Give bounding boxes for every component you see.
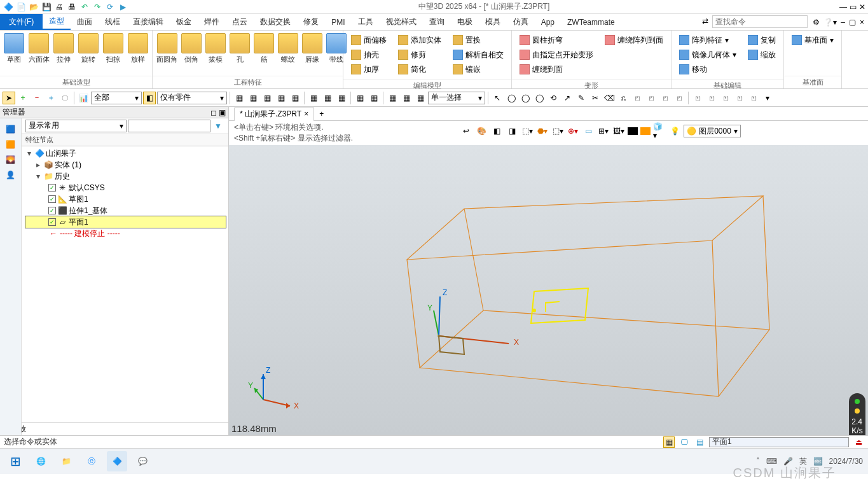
s1-icon[interactable]: ↖ bbox=[491, 92, 504, 104]
tab-mold[interactable]: 模具 bbox=[479, 14, 507, 30]
pointer-icon[interactable]: ➤ bbox=[3, 92, 15, 104]
vp-bulb-icon[interactable]: 💡 bbox=[668, 125, 681, 137]
t12-icon[interactable]: ▦ bbox=[400, 92, 413, 104]
vp-ico9[interactable]: ▭ bbox=[582, 125, 595, 137]
t8-icon[interactable]: ▦ bbox=[335, 92, 348, 104]
display-mode-combo[interactable]: 显示常用▾ bbox=[25, 120, 127, 132]
filter-all-combo[interactable]: 全部▾ bbox=[91, 92, 142, 104]
s6-icon[interactable]: ↗ bbox=[561, 92, 574, 104]
sketch-button[interactable]: 草图 bbox=[3, 32, 26, 66]
new-icon[interactable]: 📄 bbox=[15, 1, 27, 13]
simplify-button[interactable]: 简化 bbox=[396, 62, 444, 76]
tab-direct-edit[interactable]: 直接编辑 bbox=[127, 14, 170, 30]
redo-icon[interactable]: ↷ bbox=[92, 1, 103, 13]
box-button[interactable]: 六面体 bbox=[27, 32, 51, 66]
t6-icon[interactable]: ▦ bbox=[307, 92, 320, 104]
s20-icon[interactable]: ▾ bbox=[761, 92, 774, 104]
s9-icon[interactable]: ⌫ bbox=[603, 92, 616, 104]
s17-icon[interactable]: ⏍ bbox=[719, 92, 732, 104]
mgr-tab2-icon[interactable]: 🟧 bbox=[6, 140, 15, 149]
rib-button[interactable]: 筋 bbox=[252, 32, 275, 66]
cube-yellow-icon[interactable]: ◧ bbox=[143, 92, 156, 104]
s11-icon[interactable]: ⏍ bbox=[631, 92, 644, 104]
hole-button[interactable]: 孔 bbox=[228, 32, 251, 66]
restore-icon[interactable]: ▭ bbox=[850, 3, 857, 11]
mgr-tab3-icon[interactable]: 🌄 bbox=[6, 155, 15, 164]
t2-icon[interactable]: ▦ bbox=[247, 92, 259, 104]
vp-ico1[interactable]: ↩ bbox=[460, 125, 472, 137]
help-icon[interactable]: ❔▾ bbox=[823, 18, 837, 27]
vp-ico3[interactable]: ◧ bbox=[490, 125, 503, 137]
collapse-icon[interactable]: ▣ bbox=[219, 108, 226, 117]
mgr-tab4-icon[interactable]: 👤 bbox=[6, 171, 15, 179]
filter-icon[interactable]: ▼ bbox=[212, 122, 224, 130]
s10-icon[interactable]: ⎌ bbox=[617, 92, 630, 104]
tab-query[interactable]: 查询 bbox=[423, 14, 451, 30]
vp-ico7[interactable]: ⬚▾ bbox=[551, 125, 564, 137]
pattern-button[interactable]: 阵列特征▾ bbox=[677, 33, 739, 47]
undo-icon[interactable]: ↶ bbox=[79, 1, 90, 13]
tree-item-csys[interactable]: ✓✳默认CSYS bbox=[25, 182, 226, 193]
ie-icon[interactable]: ⓔ bbox=[81, 451, 102, 471]
print-icon[interactable]: 🖨 bbox=[53, 1, 65, 13]
s8-icon[interactable]: ✂ bbox=[589, 92, 602, 104]
replace-button[interactable]: 置换 bbox=[450, 33, 506, 47]
tree-item-plane1[interactable]: ✓▱平面1 bbox=[25, 216, 226, 228]
tab-repair[interactable]: 修复 bbox=[297, 14, 325, 30]
tree-search-input[interactable] bbox=[128, 120, 210, 132]
add-body-button[interactable]: 添加实体 bbox=[396, 33, 444, 47]
s7-icon[interactable]: ✎ bbox=[575, 92, 588, 104]
switch-icon[interactable]: ⇄ bbox=[698, 14, 712, 30]
t1-icon[interactable]: ▦ bbox=[233, 92, 245, 104]
wrap-face-button[interactable]: 缠绕到面 bbox=[517, 62, 596, 76]
vp-ico6[interactable]: ⬣▾ bbox=[536, 125, 549, 137]
s15-icon[interactable]: ⏍ bbox=[691, 92, 704, 104]
vp-ico12[interactable] bbox=[628, 127, 638, 135]
play-icon[interactable]: ▶ bbox=[117, 1, 128, 13]
vp-ico4[interactable]: ◨ bbox=[506, 125, 518, 137]
print-preview-icon[interactable]: 🖶 bbox=[66, 1, 78, 13]
refresh-icon[interactable]: ⟳ bbox=[104, 1, 116, 13]
minimize-icon[interactable]: — bbox=[839, 3, 847, 11]
datum-plane-button[interactable]: 基准面▾ bbox=[789, 33, 836, 47]
sweep-button[interactable]: 扫掠 bbox=[101, 32, 125, 66]
mgr-tab1-icon[interactable]: 🟦 bbox=[6, 125, 15, 134]
s5-icon[interactable]: ⟲ bbox=[547, 92, 560, 104]
t5-icon[interactable]: ▦ bbox=[289, 92, 301, 104]
sb-layout-icon[interactable]: ▦ bbox=[663, 436, 675, 448]
draft-button[interactable]: 拔模 bbox=[204, 32, 227, 66]
sb-monitor-icon[interactable]: 🖵 bbox=[679, 436, 690, 448]
open-icon[interactable]: 📂 bbox=[28, 1, 39, 13]
tree-item-body[interactable]: ▸📦实体 (1) bbox=[25, 159, 226, 171]
loft-button[interactable]: 放样 bbox=[126, 32, 149, 66]
t13-icon[interactable]: ▦ bbox=[414, 92, 427, 104]
tab-app[interactable]: App bbox=[535, 14, 561, 30]
revolve-button[interactable]: 旋转 bbox=[77, 32, 100, 66]
inlay-button[interactable]: 镶嵌 bbox=[450, 62, 506, 76]
plus-icon[interactable]: ＋ bbox=[17, 92, 29, 104]
s4-icon[interactable]: ◯ bbox=[533, 92, 546, 104]
t11-icon[interactable]: ▦ bbox=[386, 92, 399, 104]
copy-button[interactable]: 复制 bbox=[745, 33, 778, 47]
s3-icon[interactable]: ◯ bbox=[519, 92, 532, 104]
hex-icon[interactable]: ⬡ bbox=[59, 92, 71, 104]
canvas-3d[interactable]: X Y Z X Y Z 118.48mm 2.4K/s 0.7K/s bbox=[229, 145, 868, 435]
document-tab[interactable]: * 山涧果子.Z3PRT× bbox=[234, 107, 314, 121]
vp-ico11[interactable]: 🖼▾ bbox=[612, 125, 625, 137]
start-icon[interactable]: ⊞ bbox=[5, 451, 25, 471]
command-search-input[interactable] bbox=[712, 15, 808, 28]
chamfer-button[interactable]: 倒角 bbox=[180, 32, 203, 66]
tab-simulation[interactable]: 仿真 bbox=[507, 14, 535, 30]
select-mode-combo[interactable]: 单一选择▾ bbox=[428, 92, 485, 104]
s19-icon[interactable]: ⏍ bbox=[747, 92, 760, 104]
close2-icon[interactable]: × bbox=[860, 18, 864, 27]
shell-button[interactable]: 抽壳 bbox=[348, 48, 389, 62]
wrap-array-face-button[interactable]: 缠绕阵列到面 bbox=[602, 33, 666, 47]
deform-point-button[interactable]: 由指定点开始变形 bbox=[517, 48, 596, 62]
thread-button[interactable]: 螺纹 bbox=[277, 32, 300, 66]
chart-icon[interactable]: 📊 bbox=[77, 92, 90, 104]
trim-button[interactable]: 修剪 bbox=[396, 48, 444, 62]
face-offset-button[interactable]: 面偏移 bbox=[348, 33, 389, 47]
zw3d-task-icon[interactable]: 🔷 bbox=[107, 451, 127, 471]
tree-item-extrude1[interactable]: ✓⬛拉伸1_基体 bbox=[25, 205, 226, 216]
